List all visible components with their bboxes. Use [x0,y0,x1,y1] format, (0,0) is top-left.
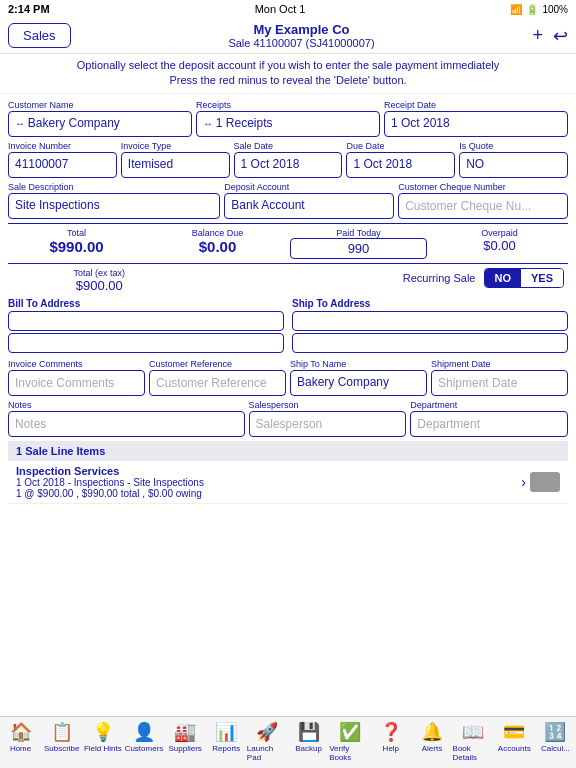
sale-line-content: Inspection Services 1 Oct 2018 - Inspect… [16,465,517,499]
tab-bar: 🏠 Home 📋 Subscribe 💡 Field Hints 👤 Custo… [0,716,576,768]
invoice-type-value[interactable]: Itemised [121,152,230,178]
paid-today-label: Paid Today [290,228,427,238]
ship-to-name-label: Ship To Name [290,359,427,369]
nav-bar: Sales My Example Co Sale 41100007 (SJ410… [0,18,576,54]
status-day: Mon Oct 1 [255,3,306,15]
tab-customers-label: Customers [125,744,164,753]
share-icon[interactable]: ↩ [553,25,568,47]
ship-to-line2[interactable] [292,333,568,353]
row-notes: Notes Salesperson Department [8,400,568,437]
hint-line2: Press the red minus to reveal the 'Delet… [10,73,566,88]
nav-title: My Example Co Sale 41100007 (SJ41000007) [71,22,533,49]
battery-percent: 100% [542,4,568,15]
total-group: Total $990.00 [8,228,145,259]
due-date-label: Due Date [346,141,455,151]
receipts-value[interactable]: 1 Receipts [196,111,380,137]
tab-home[interactable]: 🏠 Home [0,721,41,762]
row-comments: Invoice Comments Customer Reference Ship… [8,359,568,396]
sale-description-value[interactable]: Site Inspections [8,193,220,219]
sale-description-label: Sale Description [8,182,220,192]
row-customer: Customer Name Bakery Company Receipts 1 … [8,100,568,137]
tab-suppliers[interactable]: 🏭 Suppliers [165,721,206,762]
customer-ref-group: Customer Reference [149,359,286,396]
shipment-date-input[interactable] [431,370,568,396]
deposit-account-group: Deposit Account Bank Account [224,182,394,219]
tab-launch-pad[interactable]: 🚀 Launch Pad [247,721,288,762]
chevron-right-icon: › [521,474,526,490]
tab-alerts[interactable]: 🔔 Alerts [411,721,452,762]
recurring-toggle[interactable]: NO YES [484,268,565,288]
ship-to-name-group: Ship To Name Bakery Company [290,359,427,396]
sale-date-value[interactable]: 1 Oct 2018 [234,152,343,178]
tab-accounts[interactable]: 💳 Accounts [494,721,535,762]
tab-field-hints[interactable]: 💡 Field Hints [82,721,123,762]
totals-row: Total $990.00 Balance Due $0.00 Paid Tod… [8,223,568,264]
launch-pad-icon: 🚀 [256,721,278,743]
sales-button[interactable]: Sales [8,23,71,48]
tab-calculator-label: Calcul... [541,744,570,753]
tab-backup[interactable]: 💾 Backup [288,721,329,762]
salesperson-input[interactable] [249,411,407,437]
sale-line-action-btn[interactable] [530,472,560,492]
is-quote-value[interactable]: NO [459,152,568,178]
tab-help-label: Help [383,744,399,753]
sale-line-item[interactable]: Inspection Services 1 Oct 2018 - Inspect… [8,461,568,504]
tab-subscribe[interactable]: 📋 Subscribe [41,721,82,762]
tab-book-details[interactable]: 📖 Book Details [453,721,494,762]
tab-subscribe-label: Subscribe [44,744,80,753]
customer-ref-label: Customer Reference [149,359,286,369]
bill-to-line2[interactable] [8,333,284,353]
customer-ref-input[interactable] [149,370,286,396]
receipt-date-group: Receipt Date 1 Oct 2018 [384,100,568,137]
tab-field-hints-label: Field Hints [84,744,122,753]
is-quote-group: Is Quote NO [459,141,568,178]
add-icon[interactable]: + [532,25,543,46]
tab-verify-books-label: Verify Books [329,744,370,762]
customer-name-value[interactable]: Bakery Company [8,111,192,137]
paid-today-input[interactable] [290,238,427,259]
accounts-icon: 💳 [503,721,525,743]
salesperson-group: Salesperson [249,400,407,437]
invoice-comments-input[interactable] [8,370,145,396]
home-icon: 🏠 [10,721,32,743]
ship-to-name-value[interactable]: Bakery Company [290,370,427,396]
battery-icon: 🔋 [526,4,538,15]
ship-to-group: Ship To Address [292,298,568,355]
tab-alerts-label: Alerts [422,744,442,753]
help-icon: ❓ [380,721,402,743]
notes-input[interactable] [8,411,245,437]
deposit-account-value[interactable]: Bank Account [224,193,394,219]
overpaid-label: Overpaid [431,228,568,238]
company-name: My Example Co [71,22,533,37]
invoice-comments-label: Invoice Comments [8,359,145,369]
recurring-yes-btn[interactable]: YES [521,269,563,287]
recurring-no-btn[interactable]: NO [485,269,522,287]
due-date-value[interactable]: 1 Oct 2018 [346,152,455,178]
recurring-sale-group: Recurring Sale NO YES [381,268,568,288]
tab-home-label: Home [10,744,31,753]
nav-icons: + ↩ [532,25,568,47]
status-indicators: 📶 🔋 100% [510,4,568,15]
department-input[interactable] [410,411,568,437]
status-bar: 2:14 PM Mon Oct 1 📶 🔋 100% [0,0,576,18]
receipts-group: Receipts 1 Receipts [196,100,380,137]
tab-accounts-label: Accounts [498,744,531,753]
total-label: Total [8,228,145,238]
tab-calculator[interactable]: 🔢 Calcul... [535,721,576,762]
tab-customers[interactable]: 👤 Customers [123,721,164,762]
tab-verify-books[interactable]: ✅ Verify Books [329,721,370,762]
receipt-date-label: Receipt Date [384,100,568,110]
balance-due-value: $0.00 [149,238,286,255]
sale-date-group: Sale Date 1 Oct 2018 [234,141,343,178]
bill-to-line1[interactable] [8,311,284,331]
ship-to-line1[interactable] [292,311,568,331]
shipment-date-group: Shipment Date [431,359,568,396]
invoice-number-value[interactable]: 41100007 [8,152,117,178]
verify-books-icon: ✅ [339,721,361,743]
tab-help[interactable]: ❓ Help [370,721,411,762]
receipt-date-value[interactable]: 1 Oct 2018 [384,111,568,137]
customer-cheque-input[interactable] [398,193,568,219]
tab-reports[interactable]: 📊 Reports [206,721,247,762]
sale-line-detail: 1 @ $900.00 , $990.00 total , $0.00 owin… [16,488,517,499]
sale-id: Sale 41100007 (SJ41000007) [71,37,533,49]
